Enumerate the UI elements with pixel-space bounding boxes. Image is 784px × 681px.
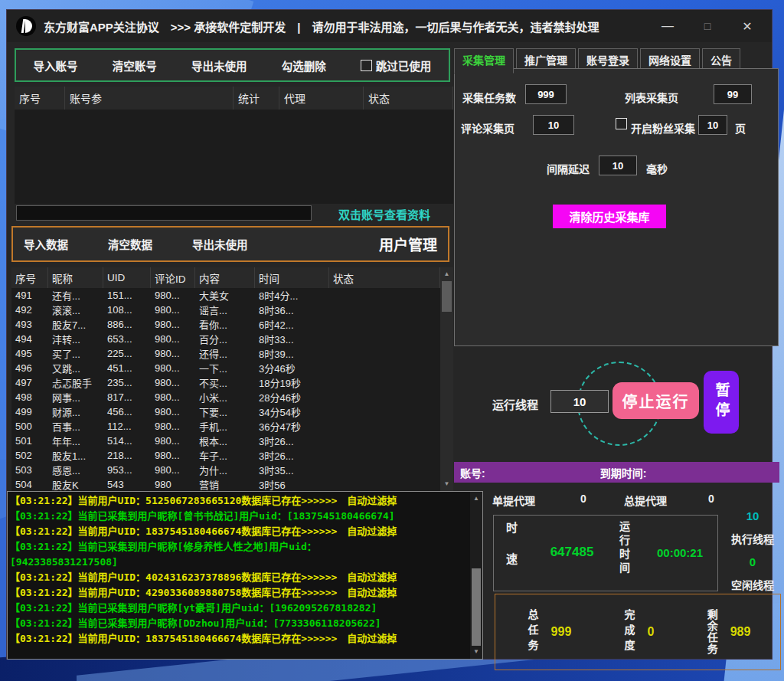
- table-row[interactable]: 501年年...514...980...根本...3时26...: [11, 434, 440, 448]
- table-cell: 车子...: [195, 448, 255, 463]
- import-accounts-button[interactable]: 导入账号: [34, 57, 78, 74]
- pause-button[interactable]: 暂停: [704, 371, 739, 434]
- maximize-button[interactable]: □: [688, 20, 727, 32]
- comment-pages-input[interactable]: [533, 115, 574, 135]
- table-row[interactable]: 498网事...817...980...小米...28分46秒: [11, 390, 440, 404]
- table-cell: 根本...: [195, 434, 255, 448]
- table-cell: 817...: [103, 391, 151, 403]
- account-search-input[interactable]: [16, 205, 312, 221]
- speed-label: 时速: [503, 522, 519, 584]
- export-unused-accounts-button[interactable]: 导出未使用: [191, 57, 247, 74]
- stop-button[interactable]: 停止运行: [612, 382, 699, 419]
- fans-pages-input[interactable]: [698, 115, 727, 135]
- license-bar: 账号: 到期时间:: [454, 462, 779, 483]
- titlebar: 东方财富APP关注协议 >>> 承接软件定制开发 | 请勿用于非法用途，一切后果…: [7, 10, 772, 42]
- data-toolbar: 导入数据 清空数据 导出未使用 用户管理: [11, 226, 449, 262]
- clear-data-button[interactable]: 清空数据: [108, 236, 152, 252]
- table-row[interactable]: 495买了...225...980...还得...8时39...: [11, 346, 440, 361]
- scrollbar-thumb[interactable]: [442, 281, 452, 312]
- delay-unit: 毫秒: [646, 161, 668, 176]
- total-proxy-value: 0: [700, 493, 723, 505]
- table-row[interactable]: 504股友K543980营销3时56: [11, 477, 440, 491]
- table-cell: 忐忑股手: [48, 375, 103, 390]
- table-cell: 980...: [151, 333, 195, 345]
- window-title: 东方财富APP关注协议 >>> 承接软件定制开发 | 请勿用于非法用途，一切后果…: [44, 18, 599, 34]
- table-row[interactable]: 499财源...456...980...下要...34分54秒: [11, 404, 440, 419]
- skip-used-checkbox[interactable]: 跳过已使用: [361, 57, 432, 74]
- idle-threads-value: 0: [750, 555, 756, 568]
- fans-collect-checkbox[interactable]: [616, 118, 627, 129]
- table-cell: 497: [11, 377, 48, 388]
- import-data-button[interactable]: 导入数据: [24, 236, 68, 252]
- table-row[interactable]: 492滚滚...108...980...谣言...8时36...: [11, 303, 440, 317]
- table-cell: 503: [11, 464, 48, 476]
- minimize-button[interactable]: —: [648, 19, 688, 33]
- table-cell: 34分54秒: [255, 404, 329, 419]
- thread-stats: 10 执行线程 0 空闲线程: [725, 508, 780, 594]
- clear-history-button[interactable]: 清除历史采集库: [553, 205, 666, 228]
- delay-label: 间隔延迟: [547, 161, 590, 176]
- table-row[interactable]: 502股友1...218...980...车子...3时26...: [11, 448, 440, 463]
- collect-panel: 采集任务数 列表采集页 评论采集页 开启粉丝采集 页 间隔延迟 毫秒 清除历史采…: [454, 68, 779, 346]
- user-management-title: 用户管理: [379, 234, 437, 254]
- user-table-scrollbar[interactable]: ▲ ▼: [440, 267, 453, 491]
- account-table-header: 序号 账号参 统计 代理 状态: [15, 87, 453, 110]
- table-cell: 18分19秒: [255, 375, 329, 390]
- table-row[interactable]: 503感恩...953...980...为什...3时35...: [11, 463, 440, 477]
- view-profile-link[interactable]: 双击账号查看资料: [338, 206, 430, 222]
- checkbox-icon[interactable]: [361, 60, 372, 71]
- table-cell: 还有...: [48, 288, 103, 303]
- log-line: 【03:21:22】当前已采集到用户昵称[曾书书战记]用户uid：[183754…: [10, 509, 469, 524]
- table-row[interactable]: 500百事...112...980...手机...36分47秒: [11, 419, 440, 434]
- scroll-down-icon[interactable]: ▼: [440, 479, 453, 489]
- delay-input[interactable]: [599, 156, 637, 175]
- log-line: 【03:21:22】当前用户UID：1837545180466674数据库已存在…: [10, 524, 469, 539]
- scroll-up-icon[interactable]: ▲: [470, 493, 482, 504]
- account-table: 序号 账号参 统计 代理 状态: [15, 87, 453, 204]
- scroll-up-icon[interactable]: ▲: [440, 269, 453, 280]
- task-count-input[interactable]: [525, 84, 567, 104]
- idle-threads-label: 空闲线程: [731, 577, 774, 592]
- clear-accounts-button[interactable]: 清空账号: [113, 57, 157, 74]
- table-cell: 218...: [103, 450, 151, 461]
- app-window: 东方财富APP关注协议 >>> 承接软件定制开发 | 请勿用于非法用途，一切后果…: [6, 9, 773, 660]
- table-row[interactable]: 497忐忑股手235...980...不买...18分19秒: [11, 375, 440, 390]
- log-line: 【03:21:22】当前已采集到用户昵称[修身养性人性之地]用户uid：: [10, 539, 469, 555]
- log-line: 【03:21:22】当前用户UID：4290336089880758数据库已存在…: [10, 585, 469, 601]
- single-proxy-value: 0: [572, 493, 595, 505]
- table-cell: 看你...: [195, 317, 255, 332]
- table-cell: 496: [11, 362, 48, 374]
- account-table-body[interactable]: [15, 110, 453, 204]
- table-row[interactable]: 496又跳...451...980...一下...3分46秒: [11, 361, 440, 375]
- table-cell: 买了...: [48, 346, 103, 361]
- table-cell: 8时33...: [255, 332, 329, 346]
- table-cell: 为什...: [195, 463, 255, 477]
- total-proxy-label: 总提代理: [624, 493, 667, 508]
- export-unused-data-button[interactable]: 导出未使用: [192, 236, 248, 252]
- table-cell: 营销: [195, 477, 255, 491]
- table-cell: 498: [11, 391, 48, 403]
- table-cell: 8时36...: [255, 303, 329, 317]
- thread-count-input[interactable]: [550, 390, 609, 413]
- scrollbar-thumb[interactable]: [472, 568, 481, 645]
- list-pages-input[interactable]: [714, 84, 752, 104]
- table-cell: 980...: [151, 435, 195, 447]
- total-tasks-label: 总任务: [525, 609, 541, 655]
- check-delete-button[interactable]: 勾选删除: [282, 57, 326, 74]
- table-cell: 980: [151, 479, 195, 490]
- table-cell: 大美女: [195, 288, 255, 303]
- log-scrollbar[interactable]: ▲ ▼: [470, 492, 482, 659]
- table-cell: 492: [11, 304, 48, 316]
- table-cell: 501: [11, 435, 48, 447]
- table-row[interactable]: 491还有...151...980...大美女8时4分...: [11, 288, 440, 303]
- close-button[interactable]: ✕: [727, 19, 767, 34]
- scroll-down-icon[interactable]: ▼: [470, 647, 482, 657]
- task-count-label: 采集任务数: [462, 90, 516, 105]
- table-row[interactable]: 494沣转...653...980...百分...8时33...: [11, 332, 440, 346]
- table-cell: 股友K: [48, 477, 103, 491]
- tab-1[interactable]: 采集管理: [454, 48, 514, 74]
- table-row[interactable]: 493股友7...886...980...看你...6时42...: [11, 317, 440, 332]
- license-expire-label: 到期时间:: [600, 465, 647, 480]
- table-cell: 980...: [151, 391, 195, 403]
- log-line: 【03:21:22】当前用户UID：4024316237378896数据库已存在…: [10, 570, 469, 585]
